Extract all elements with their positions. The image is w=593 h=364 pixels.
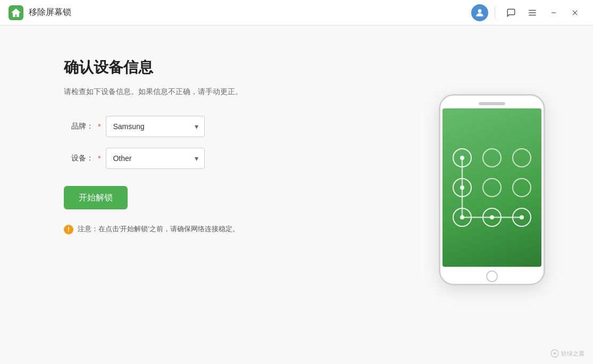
watermark-text: 软绿之翼 bbox=[561, 350, 584, 358]
pattern-dot-6 bbox=[453, 208, 472, 227]
menu-button[interactable] bbox=[523, 3, 542, 22]
notice-icon: ! bbox=[64, 225, 73, 234]
user-icon[interactable] bbox=[471, 4, 488, 21]
pattern-dot-2 bbox=[512, 148, 531, 167]
pattern-dot-0 bbox=[453, 148, 472, 167]
brand-select[interactable]: Samsung Huawei Xiaomi OPPO vivo Other bbox=[106, 116, 205, 137]
left-panel: 确认设备信息 请检查如下设备信息。如果信息不正确，请手动更正。 品牌： * Sa… bbox=[0, 26, 391, 364]
pattern-lock bbox=[453, 148, 531, 227]
home-icon bbox=[9, 5, 23, 20]
device-label: 设备： bbox=[64, 154, 94, 163]
pattern-dot-7 bbox=[482, 208, 502, 227]
start-unlock-button[interactable]: 开始解锁 bbox=[64, 186, 128, 209]
phone-home-area bbox=[440, 269, 544, 284]
notice-section: ! 注意：在点击'开始解锁'之前，请确保网络连接稳定。 bbox=[64, 224, 348, 234]
main-content: 确认设备信息 请检查如下设备信息。如果信息不正确，请手动更正。 品牌： * Sa… bbox=[0, 26, 593, 364]
right-panel bbox=[391, 26, 593, 364]
phone-frame bbox=[439, 94, 545, 285]
pattern-dot-8 bbox=[512, 208, 531, 227]
watermark: 软绿之翼 bbox=[550, 349, 584, 358]
app-title: 移除屏幕锁 bbox=[29, 7, 71, 18]
titlebar-left: 移除屏幕锁 bbox=[9, 5, 71, 20]
device-form-group: 设备： * Other Galaxy S21 Galaxy S20 Galaxy… bbox=[64, 148, 348, 169]
pattern-dot-1 bbox=[482, 148, 502, 167]
brand-required: * bbox=[98, 122, 101, 131]
device-select-wrapper[interactable]: Other Galaxy S21 Galaxy S20 Galaxy A52 G… bbox=[106, 148, 205, 169]
chat-button[interactable] bbox=[502, 3, 521, 22]
device-select[interactable]: Other Galaxy S21 Galaxy S20 Galaxy A52 G… bbox=[106, 148, 205, 169]
pattern-dots-grid bbox=[453, 148, 531, 227]
phone-speaker bbox=[479, 102, 505, 105]
close-button[interactable] bbox=[565, 3, 584, 22]
divider bbox=[495, 6, 495, 19]
home-button bbox=[486, 270, 498, 282]
titlebar-right bbox=[471, 3, 584, 22]
svg-point-1 bbox=[478, 9, 482, 13]
brand-label: 品牌： bbox=[64, 122, 94, 131]
phone-screen bbox=[442, 108, 541, 267]
titlebar: 移除屏幕锁 bbox=[0, 0, 593, 26]
minimize-button[interactable] bbox=[544, 3, 563, 22]
pattern-dot-3 bbox=[453, 178, 472, 197]
page-title: 确认设备信息 bbox=[64, 57, 348, 78]
pattern-dot-4 bbox=[482, 178, 502, 197]
pattern-dot-5 bbox=[512, 178, 531, 197]
brand-form-group: 品牌： * Samsung Huawei Xiaomi OPPO vivo Ot… bbox=[64, 116, 348, 137]
page-desc: 请检查如下设备信息。如果信息不正确，请手动更正。 bbox=[64, 87, 348, 97]
notice-text: 注意：在点击'开始解锁'之前，请确保网络连接稳定。 bbox=[78, 224, 239, 234]
watermark-icon bbox=[550, 349, 559, 358]
brand-select-wrapper[interactable]: Samsung Huawei Xiaomi OPPO vivo Other bbox=[106, 116, 205, 137]
device-required: * bbox=[98, 154, 101, 163]
